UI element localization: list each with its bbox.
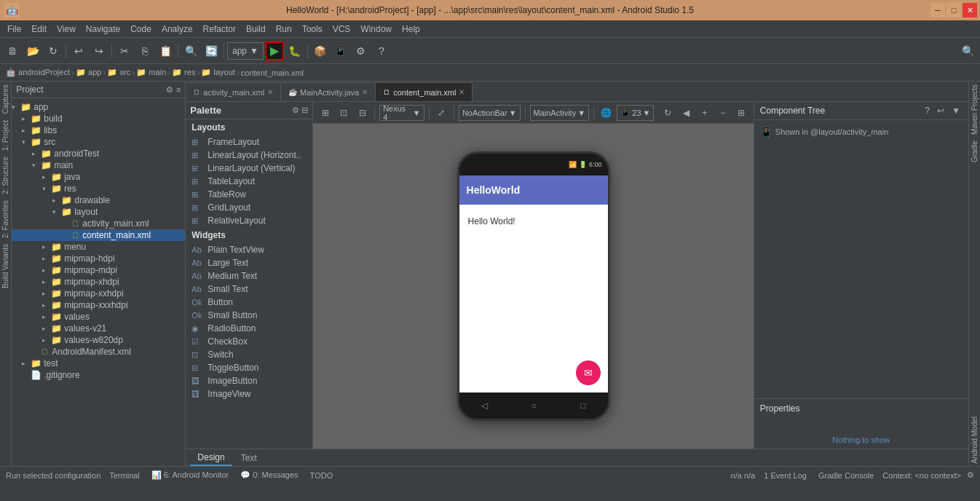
device-dropdown[interactable]: Nexus 4▼ [379,105,424,121]
tree-item-content_main_xml[interactable]: 🗋content_main.xml [12,229,185,241]
tree-item-res[interactable]: ▾📁res [12,183,185,194]
design-zoom-fit[interactable]: ⊞ [317,105,333,121]
tab-text[interactable]: Text [234,450,264,466]
toolbar-sync[interactable]: ↻ [44,42,63,60]
project-panel-settings[interactable]: ⚙ [166,85,173,95]
activity-dropdown[interactable]: MainActivity▼ [530,105,590,121]
tree-item-mipmap_hdpi[interactable]: ▸📁mipmap-hdpi [12,253,185,264]
strip-favorites[interactable]: 2: Favorites [0,197,11,241]
design-zoom-in[interactable]: + [697,105,712,121]
tree-item-layout[interactable]: ▾📁layout [12,206,185,218]
toolbar-open[interactable]: 📂 [23,42,42,60]
toolbar-undo[interactable]: ↩ [69,42,88,60]
bc-res[interactable]: 📁 res [172,68,195,77]
phone-nav-home[interactable]: ○ [532,401,537,411]
toolbar-avd[interactable]: 📱 [331,42,350,60]
strip-project[interactable]: 1: Project [0,117,11,154]
toolbar-replace[interactable]: 🔄 [202,42,221,60]
menu-item-build[interactable]: Build [242,23,270,36]
run-button[interactable]: ▶ [265,42,284,60]
status-gear-icon[interactable]: ⚙ [967,470,974,480]
palette-item-framelayout[interactable]: ⊞FrameLayout [186,135,312,149]
editor-tab-activity_main_xml[interactable]: 🗋activity_main.xml✕ [186,82,281,101]
status-terminal[interactable]: Terminal [106,470,143,481]
palette-item-imagebutton[interactable]: 🖼ImageButton [186,374,312,387]
tree-item-drawable[interactable]: ▸📁drawable [12,194,185,206]
tree-item-src[interactable]: ▾📁src [12,136,185,148]
tab-design[interactable]: Design [190,450,232,466]
menu-item-analyze[interactable]: Analyze [157,23,197,36]
palette-item-small_button[interactable]: OkSmall Button [186,309,312,322]
menu-item-navigate[interactable]: Navigate [82,23,125,36]
bc-layout[interactable]: 📁 layout [201,68,234,77]
editor-tab-content_main_xml[interactable]: 🗋content_main.xml✕ [376,82,473,101]
tab-close[interactable]: ✕ [459,88,465,96]
status-todo[interactable]: TODO [307,470,336,481]
bc-app[interactable]: 📁 app [76,68,101,77]
ct-undo[interactable]: ↩ [935,105,947,117]
palette-item-radiobutton[interactable]: ◉RadioButton [186,322,312,335]
status-event-log[interactable]: 1 Event Log [761,470,810,481]
strip-captures[interactable]: Captures [0,82,11,117]
toolbar-help[interactable]: ? [372,42,391,60]
status-gradle-console[interactable]: Gradle Console [815,470,877,481]
design-locale[interactable]: 🌐 [598,105,614,121]
strip-buildvariants[interactable]: Build Variants [0,241,11,291]
minimize-button[interactable]: ─ [930,3,945,17]
bc-src[interactable]: 📁 src [107,68,130,77]
ct-filter[interactable]: ▼ [949,105,963,117]
menu-item-window[interactable]: Window [356,23,396,36]
menu-item-vcs[interactable]: VCS [328,23,355,36]
editor-tab-mainactivity_java[interactable]: ☕MainActivity.java✕ [281,82,376,101]
tree-item-app[interactable]: ▾📁app [12,101,185,113]
palette-item-tablelayout[interactable]: ⊞TableLayout [186,175,312,188]
palette-item-checkbox[interactable]: ☑CheckBox [186,335,312,348]
tree-item-mipmap_xxxhdpi[interactable]: ▸📁mipmap-xxxhdpi [12,299,185,311]
app-config-dropdown[interactable]: app▼ [227,42,264,60]
design-zoom-height[interactable]: ⊟ [355,105,370,121]
design-prev[interactable]: ◀ [679,105,694,121]
tree-item-libs[interactable]: ▸📁libs [12,125,185,136]
palette-item-large_text[interactable]: AbLarge Text [186,256,312,269]
palette-btn1[interactable]: ⚙ [292,106,299,115]
strip-maven[interactable]: Maven Projects [969,82,980,138]
tree-item-mipmap_mdpi[interactable]: ▸📁mipmap-mdpi [12,264,185,276]
design-zoom-out[interactable]: − [715,105,730,121]
toolbar-cut[interactable]: ✂ [115,42,134,60]
bc-content-main[interactable]: content_main.xml [241,68,304,77]
palette-item-medium_text[interactable]: AbMedium Text [186,269,312,283]
debug-button[interactable]: 🐛 [285,42,304,60]
palette-item-linearlayout__horizont__[interactable]: ⊞LinearLayout (Horizont.. [186,149,312,162]
palette-item-small_text[interactable]: AbSmall Text [186,283,312,296]
palette-item-button[interactable]: OkButton [186,296,312,309]
tree-item-build[interactable]: ▸📁build [12,113,185,125]
palette-item-switch[interactable]: ⊡Switch [186,348,312,361]
strip-gradle[interactable]: Gradle [969,138,980,165]
palette-item-gridlayout[interactable]: ⊞GridLayout [186,201,312,214]
tree-item-values_v21[interactable]: ▸📁values-v21 [12,323,185,334]
tree-item-gitignore[interactable]: 📄.gitignore [12,369,185,381]
palette-btn2[interactable]: ⊟ [301,106,308,115]
design-fit[interactable]: ⊞ [734,105,749,121]
strip-structure[interactable]: 2: Structure [0,154,11,197]
close-button[interactable]: ✕ [963,3,977,17]
menu-item-file[interactable]: File [3,23,25,36]
palette-item-linearlayout__vertical_[interactable]: ⊞LinearLayout (Vertical) [186,162,312,175]
phone-nav-recents[interactable]: □ [580,401,585,411]
tree-item-AndroidManifest[interactable]: 🗋AndroidManifest.xml [12,346,185,358]
toolbar-copy[interactable]: ⎘ [135,42,154,60]
toolbar-search[interactable]: 🔍 [958,42,977,60]
design-refresh[interactable]: ↻ [660,105,675,121]
toolbar-redo[interactable]: ↪ [90,42,108,60]
tree-item-main[interactable]: ▾📁main [12,159,185,171]
bc-main[interactable]: 📁 main [136,68,166,77]
tree-item-activity_main_xml[interactable]: 🗋activity_main.xml [12,218,185,229]
toolbar-sdk[interactable]: 📦 [311,42,330,60]
toolbar-settings[interactable]: ⚙ [352,42,371,60]
menu-item-code[interactable]: Code [126,23,156,36]
palette-item-relativelayout[interactable]: ⊞RelativeLayout [186,214,312,227]
strip-android-model[interactable]: Android Model [969,414,980,466]
menu-item-help[interactable]: Help [398,23,424,36]
toolbar-find[interactable]: 🔍 [181,42,200,60]
tree-item-menu[interactable]: ▸📁menu [12,241,185,253]
